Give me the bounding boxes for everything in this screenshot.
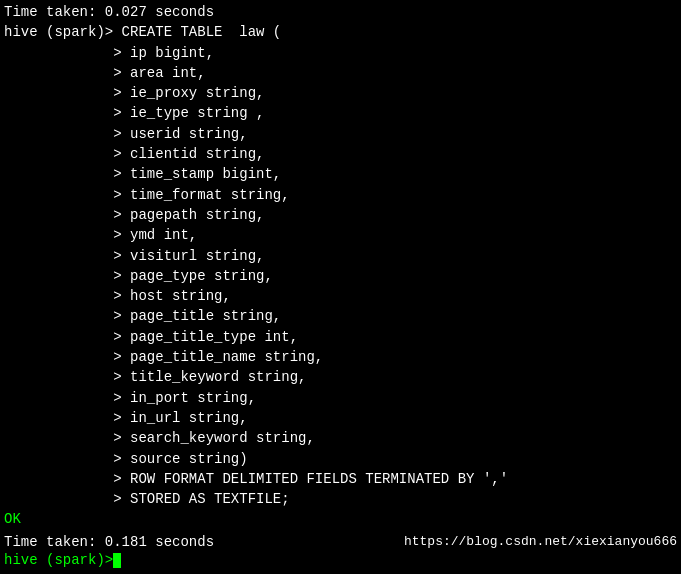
line-pagepath: > pagepath string, xyxy=(4,205,677,225)
line-time-taken-bottom: Time taken: 0.181 seconds xyxy=(4,532,214,552)
line-title-keyword: > title_keyword string, xyxy=(4,367,677,387)
line-time-stamp: > time_stamp bigint, xyxy=(4,164,677,184)
line-create-table: hive (spark)> CREATE TABLE law ( xyxy=(4,22,677,42)
prompt-text: hive (spark)> xyxy=(4,552,113,568)
line-host: > host string, xyxy=(4,286,677,306)
line-time-taken-top: Time taken: 0.027 seconds xyxy=(4,2,677,22)
line-row-format: > ROW FORMAT DELIMITED FIELDS TERMINATED… xyxy=(4,469,677,489)
terminal-window: Time taken: 0.027 seconds hive (spark)> … xyxy=(0,0,681,574)
line-search-keyword: > search_keyword string, xyxy=(4,428,677,448)
line-source: > source string) xyxy=(4,449,677,469)
line-in-port: > in_port string, xyxy=(4,388,677,408)
line-in-url: > in_url string, xyxy=(4,408,677,428)
url-link: https://blog.csdn.net/xiexianyou666 xyxy=(404,534,677,549)
line-page-title: > page_title string, xyxy=(4,306,677,326)
input-prompt-line[interactable]: hive (spark)> xyxy=(4,552,677,568)
line-page-title-name: > page_title_name string, xyxy=(4,347,677,367)
line-ip: > ip bigint, xyxy=(4,43,677,63)
line-visiturl: > visiturl string, xyxy=(4,246,677,266)
line-clientid: > clientid string, xyxy=(4,144,677,164)
line-area: > area int, xyxy=(4,63,677,83)
line-ie-type: > ie_type string , xyxy=(4,103,677,123)
line-ymd: > ymd int, xyxy=(4,225,677,245)
line-ok: OK xyxy=(4,509,677,529)
line-ie-proxy: > ie_proxy string, xyxy=(4,83,677,103)
line-page-type: > page_type string, xyxy=(4,266,677,286)
bottom-bar: Time taken: 0.181 seconds https://blog.c… xyxy=(4,532,677,552)
cursor-block xyxy=(113,553,121,568)
line-page-title-type: > page_title_type int, xyxy=(4,327,677,347)
line-userid: > userid string, xyxy=(4,124,677,144)
line-stored-as: > STORED AS TEXTFILE; xyxy=(4,489,677,509)
line-time-format: > time_format string, xyxy=(4,185,677,205)
